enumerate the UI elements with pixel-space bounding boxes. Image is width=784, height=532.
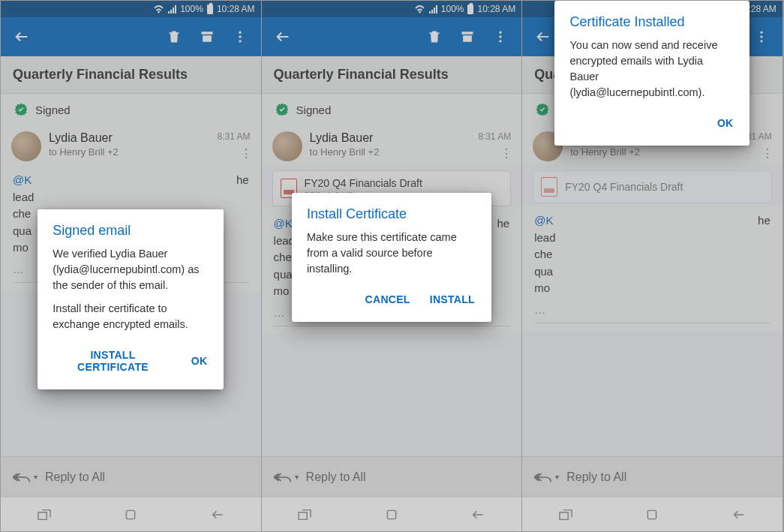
nav-back-button[interactable] bbox=[724, 500, 754, 530]
message-time: 8:31 AM bbox=[478, 131, 511, 142]
svg-rect-11 bbox=[648, 510, 656, 518]
sender-recipients: to Henry Brill +2 bbox=[310, 146, 471, 158]
reply-label: Reply to All bbox=[306, 470, 366, 484]
nav-back-button[interactable] bbox=[203, 500, 233, 530]
dialog-title: Signed email bbox=[53, 223, 209, 239]
dialog-body: Make sure this certificate came from a v… bbox=[307, 230, 476, 277]
battery-icon bbox=[467, 5, 473, 14]
svg-point-1 bbox=[239, 35, 241, 38]
signed-status-row[interactable]: Signed bbox=[1, 94, 261, 125]
svg-point-10 bbox=[760, 40, 762, 42]
archive-button[interactable] bbox=[454, 23, 481, 50]
screen-install-dialog: 100% 10:28 AM Quarterly Financial Result… bbox=[262, 1, 523, 531]
reply-dropdown-icon[interactable]: ▾ bbox=[295, 473, 299, 481]
screen-signed-dialog: 100% 10:28 AM Quarterly Financial Result… bbox=[1, 1, 262, 531]
recents-button[interactable] bbox=[290, 500, 320, 530]
attachment-name: FY20 Q4 Financials Draft bbox=[565, 181, 683, 193]
reply-dropdown-icon[interactable]: ▾ bbox=[34, 473, 38, 481]
verified-badge-icon bbox=[275, 103, 289, 116]
android-nav-bar bbox=[1, 497, 261, 531]
svg-point-8 bbox=[760, 32, 762, 34]
at-mention[interactable]: @K bbox=[274, 217, 293, 230]
email-subject: Quarterly Financial Results bbox=[262, 56, 522, 94]
email-subject: Quarterly Financial Results bbox=[1, 56, 261, 94]
svg-point-5 bbox=[500, 35, 502, 38]
recents-button[interactable] bbox=[29, 500, 59, 530]
battery-icon bbox=[207, 5, 213, 14]
svg-point-9 bbox=[760, 35, 762, 38]
ok-button[interactable]: OK bbox=[190, 344, 209, 377]
dialog-title: Install Certificate bbox=[307, 206, 476, 222]
sender-name: Lydia Bauer bbox=[310, 131, 471, 145]
svg-point-2 bbox=[239, 40, 241, 42]
reply-bar[interactable]: ▾ Reply to All bbox=[262, 456, 522, 497]
android-nav-bar bbox=[262, 497, 522, 531]
app-toolbar bbox=[262, 17, 522, 56]
home-button[interactable] bbox=[637, 500, 667, 530]
install-button[interactable]: INSTALL bbox=[428, 289, 476, 310]
reply-dropdown-icon[interactable]: ▾ bbox=[555, 473, 559, 481]
svg-rect-7 bbox=[387, 510, 395, 518]
back-button[interactable] bbox=[530, 23, 557, 50]
status-time: 10:28 AM bbox=[477, 4, 515, 14]
home-button[interactable] bbox=[377, 500, 407, 530]
delete-button[interactable] bbox=[421, 23, 448, 50]
status-time: 10:28 AM bbox=[217, 4, 255, 14]
sender-recipients: to Henry Brill +2 bbox=[570, 146, 731, 158]
wifi-icon bbox=[153, 5, 164, 14]
svg-rect-3 bbox=[127, 510, 135, 518]
reply-all-icon[interactable]: ▾ bbox=[534, 471, 559, 483]
sender-avatar bbox=[11, 131, 41, 161]
certificate-installed-dialog: Certificate Installed You can now send a… bbox=[554, 1, 749, 146]
battery-pct: 100% bbox=[441, 4, 464, 14]
at-mention[interactable]: @K bbox=[534, 214, 553, 227]
sender-row[interactable]: Lydia Bauer to Henry Brill +2 8:31 AM ⋮ bbox=[1, 125, 261, 164]
app-toolbar bbox=[1, 17, 261, 56]
dialog-title: Certificate Installed bbox=[569, 14, 734, 30]
sender-recipients: to Henry Brill +2 bbox=[49, 146, 210, 158]
signed-label: Signed bbox=[296, 104, 332, 116]
signal-icon bbox=[168, 5, 176, 14]
archive-button[interactable] bbox=[194, 23, 221, 50]
nav-back-button[interactable] bbox=[463, 500, 493, 530]
message-overflow-icon[interactable]: ⋮ bbox=[761, 146, 773, 161]
overflow-button[interactable] bbox=[748, 23, 775, 50]
dialog-body-1: We verified Lydia Bauer (lydia@lucernepu… bbox=[53, 246, 209, 293]
svg-point-4 bbox=[500, 32, 502, 34]
attachment-chip[interactable]: FY20 Q4 Financials Draft bbox=[533, 170, 772, 203]
signed-email-dialog: Signed email We verified Lydia Bauer (ly… bbox=[38, 209, 224, 389]
email-body-preview: @Khe lead che qua mo … bbox=[522, 205, 782, 331]
at-mention[interactable]: @K bbox=[13, 173, 32, 186]
signal-icon bbox=[429, 5, 437, 14]
sender-row[interactable]: Lydia Bauer to Henry Brill +2 8:31 AM ⋮ bbox=[262, 125, 522, 164]
verified-badge-icon bbox=[14, 103, 28, 116]
reply-bar[interactable]: ▾ Reply to All bbox=[1, 456, 261, 497]
verified-badge-icon bbox=[536, 103, 549, 116]
cancel-button[interactable]: CANCEL bbox=[364, 289, 412, 310]
attachment-name: FY20 Q4 Financials Draft bbox=[305, 177, 422, 189]
reply-bar[interactable]: ▾ Reply to All bbox=[522, 456, 782, 497]
dialog-body: You can now send and receive encrypted e… bbox=[569, 38, 734, 101]
svg-point-6 bbox=[500, 40, 502, 42]
sender-name: Lydia Bauer bbox=[49, 131, 210, 145]
message-overflow-icon[interactable]: ⋮ bbox=[240, 146, 252, 161]
svg-point-0 bbox=[239, 32, 241, 34]
signed-status-row[interactable]: Signed bbox=[262, 94, 522, 125]
overflow-button[interactable] bbox=[227, 23, 254, 50]
back-button[interactable] bbox=[8, 23, 35, 50]
reply-all-icon[interactable]: ▾ bbox=[13, 471, 38, 483]
recents-button[interactable] bbox=[551, 500, 581, 530]
home-button[interactable] bbox=[116, 500, 146, 530]
back-button[interactable] bbox=[269, 23, 296, 50]
install-certificate-dialog: Install Certificate Make sure this certi… bbox=[292, 193, 491, 322]
delete-button[interactable] bbox=[161, 23, 188, 50]
android-nav-bar bbox=[522, 497, 782, 531]
message-overflow-icon[interactable]: ⋮ bbox=[500, 146, 512, 161]
wifi-icon bbox=[414, 5, 425, 14]
overflow-button[interactable] bbox=[487, 23, 514, 50]
install-certificate-button[interactable]: INSTALL CERTIFICATE bbox=[53, 344, 173, 377]
ok-button[interactable]: OK bbox=[716, 113, 735, 134]
signed-label: Signed bbox=[35, 104, 71, 116]
dialog-body-2: Install their certificate to exchange en… bbox=[53, 301, 209, 332]
reply-all-icon[interactable]: ▾ bbox=[274, 471, 299, 483]
